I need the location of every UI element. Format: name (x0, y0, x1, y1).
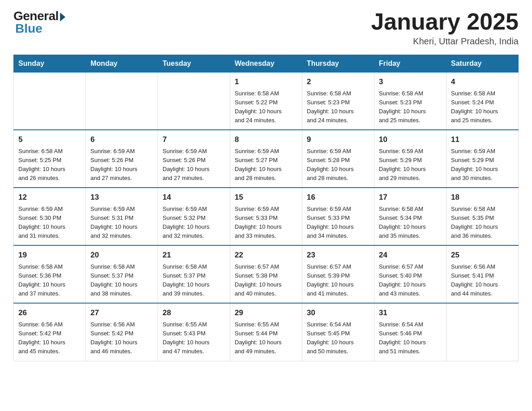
day-info: Sunrise: 6:59 AMSunset: 5:29 PMDaylight:… (451, 147, 514, 183)
day-cell: 14Sunrise: 6:59 AMSunset: 5:32 PMDayligh… (158, 188, 230, 245)
day-cell: 25Sunrise: 6:56 AMSunset: 5:41 PMDayligh… (446, 245, 519, 303)
day-number: 20 (90, 249, 153, 261)
day-number: 9 (307, 134, 369, 146)
day-info: Sunrise: 6:59 AMSunset: 5:30 PMDaylight:… (18, 205, 81, 241)
day-cell: 20Sunrise: 6:58 AMSunset: 5:37 PMDayligh… (86, 245, 158, 303)
day-cell (14, 73, 86, 130)
day-number: 6 (90, 134, 153, 146)
column-header-friday: Friday (374, 55, 446, 73)
column-header-saturday: Saturday (446, 55, 519, 73)
day-number: 18 (451, 192, 514, 203)
day-cell: 12Sunrise: 6:59 AMSunset: 5:30 PMDayligh… (14, 188, 86, 245)
day-number: 5 (18, 134, 81, 146)
location-text: Kheri, Uttar Pradesh, India (371, 36, 519, 47)
day-info: Sunrise: 6:58 AMSunset: 5:22 PMDaylight:… (235, 89, 297, 125)
day-cell: 3Sunrise: 6:58 AMSunset: 5:23 PMDaylight… (374, 73, 446, 130)
day-cell: 5Sunrise: 6:58 AMSunset: 5:25 PMDaylight… (14, 130, 86, 188)
day-info: Sunrise: 6:58 AMSunset: 5:35 PMDaylight:… (451, 205, 514, 241)
day-info: Sunrise: 6:58 AMSunset: 5:37 PMDaylight:… (163, 262, 225, 299)
day-number: 8 (235, 134, 297, 146)
day-info: Sunrise: 6:55 AMSunset: 5:43 PMDaylight:… (163, 320, 225, 356)
day-info: Sunrise: 6:58 AMSunset: 5:23 PMDaylight:… (307, 89, 369, 125)
day-info: Sunrise: 6:54 AMSunset: 5:46 PMDaylight:… (379, 320, 442, 356)
column-header-tuesday: Tuesday (158, 55, 230, 73)
day-info: Sunrise: 6:57 AMSunset: 5:38 PMDaylight:… (235, 262, 297, 299)
day-cell: 22Sunrise: 6:57 AMSunset: 5:38 PMDayligh… (230, 245, 302, 303)
day-cell (86, 73, 158, 130)
day-number: 13 (90, 192, 153, 203)
day-cell: 15Sunrise: 6:59 AMSunset: 5:33 PMDayligh… (230, 188, 302, 245)
day-info: Sunrise: 6:58 AMSunset: 5:25 PMDaylight:… (18, 147, 81, 183)
day-number: 28 (163, 307, 225, 319)
page-header: General Blue January 2025 Kheri, Uttar P… (13, 9, 519, 47)
calendar-table: SundayMondayTuesdayWednesdayThursdayFrid… (13, 55, 519, 361)
day-number: 31 (379, 307, 442, 319)
day-cell: 4Sunrise: 6:58 AMSunset: 5:24 PMDaylight… (446, 73, 519, 130)
day-info: Sunrise: 6:56 AMSunset: 5:41 PMDaylight:… (451, 262, 514, 299)
day-info: Sunrise: 6:58 AMSunset: 5:36 PMDaylight:… (18, 262, 81, 299)
day-cell: 24Sunrise: 6:57 AMSunset: 5:40 PMDayligh… (374, 245, 446, 303)
day-cell: 10Sunrise: 6:59 AMSunset: 5:29 PMDayligh… (374, 130, 446, 188)
day-number: 4 (451, 76, 514, 88)
day-info: Sunrise: 6:58 AMSunset: 5:37 PMDaylight:… (90, 262, 153, 299)
day-number: 30 (307, 307, 369, 319)
day-number: 12 (18, 192, 81, 203)
day-info: Sunrise: 6:59 AMSunset: 5:32 PMDaylight:… (163, 205, 225, 241)
day-cell: 21Sunrise: 6:58 AMSunset: 5:37 PMDayligh… (158, 245, 230, 303)
day-cell: 6Sunrise: 6:59 AMSunset: 5:26 PMDaylight… (86, 130, 158, 188)
day-cell: 16Sunrise: 6:59 AMSunset: 5:33 PMDayligh… (302, 188, 374, 245)
column-header-wednesday: Wednesday (230, 55, 302, 73)
day-cell: 27Sunrise: 6:56 AMSunset: 5:42 PMDayligh… (86, 303, 158, 361)
logo-arrow-icon (60, 13, 65, 21)
week-row-3: 12Sunrise: 6:59 AMSunset: 5:30 PMDayligh… (14, 188, 519, 245)
week-row-5: 26Sunrise: 6:56 AMSunset: 5:42 PMDayligh… (14, 303, 519, 361)
day-info: Sunrise: 6:56 AMSunset: 5:42 PMDaylight:… (18, 320, 81, 356)
day-cell (158, 73, 230, 130)
day-cell: 30Sunrise: 6:54 AMSunset: 5:45 PMDayligh… (302, 303, 374, 361)
day-info: Sunrise: 6:56 AMSunset: 5:42 PMDaylight:… (90, 320, 153, 356)
day-number: 3 (379, 76, 442, 88)
day-info: Sunrise: 6:59 AMSunset: 5:33 PMDaylight:… (235, 205, 297, 241)
day-cell: 11Sunrise: 6:59 AMSunset: 5:29 PMDayligh… (446, 130, 519, 188)
week-row-2: 5Sunrise: 6:58 AMSunset: 5:25 PMDaylight… (14, 130, 519, 188)
day-info: Sunrise: 6:58 AMSunset: 5:23 PMDaylight:… (379, 89, 442, 125)
day-cell: 13Sunrise: 6:59 AMSunset: 5:31 PMDayligh… (86, 188, 158, 245)
day-cell: 9Sunrise: 6:59 AMSunset: 5:28 PMDaylight… (302, 130, 374, 188)
day-number: 21 (163, 249, 225, 261)
day-info: Sunrise: 6:58 AMSunset: 5:34 PMDaylight:… (379, 205, 442, 241)
day-number: 15 (235, 192, 297, 203)
calendar-header: SundayMondayTuesdayWednesdayThursdayFrid… (14, 55, 519, 73)
day-number: 1 (235, 76, 297, 88)
day-cell: 28Sunrise: 6:55 AMSunset: 5:43 PMDayligh… (158, 303, 230, 361)
day-info: Sunrise: 6:57 AMSunset: 5:39 PMDaylight:… (307, 262, 369, 299)
header-row: SundayMondayTuesdayWednesdayThursdayFrid… (14, 55, 519, 73)
day-info: Sunrise: 6:55 AMSunset: 5:44 PMDaylight:… (235, 320, 297, 356)
day-cell: 18Sunrise: 6:58 AMSunset: 5:35 PMDayligh… (446, 188, 519, 245)
day-number: 19 (18, 249, 81, 261)
day-cell: 19Sunrise: 6:58 AMSunset: 5:36 PMDayligh… (14, 245, 86, 303)
day-cell: 26Sunrise: 6:56 AMSunset: 5:42 PMDayligh… (14, 303, 86, 361)
day-number: 25 (451, 249, 514, 261)
day-info: Sunrise: 6:54 AMSunset: 5:45 PMDaylight:… (307, 320, 369, 356)
column-header-thursday: Thursday (302, 55, 374, 73)
day-cell: 2Sunrise: 6:58 AMSunset: 5:23 PMDaylight… (302, 73, 374, 130)
column-header-sunday: Sunday (14, 55, 86, 73)
day-number: 23 (307, 249, 369, 261)
day-number: 2 (307, 76, 369, 88)
day-number: 26 (18, 307, 81, 319)
day-info: Sunrise: 6:59 AMSunset: 5:27 PMDaylight:… (235, 147, 297, 183)
day-number: 14 (163, 192, 225, 203)
day-info: Sunrise: 6:59 AMSunset: 5:33 PMDaylight:… (307, 205, 369, 241)
day-cell: 8Sunrise: 6:59 AMSunset: 5:27 PMDaylight… (230, 130, 302, 188)
day-number: 10 (379, 134, 442, 146)
day-info: Sunrise: 6:57 AMSunset: 5:40 PMDaylight:… (379, 262, 442, 299)
day-number: 29 (235, 307, 297, 319)
day-info: Sunrise: 6:59 AMSunset: 5:26 PMDaylight:… (163, 147, 225, 183)
calendar-body: 1Sunrise: 6:58 AMSunset: 5:22 PMDaylight… (14, 73, 519, 361)
day-number: 17 (379, 192, 442, 203)
day-cell (446, 303, 519, 361)
day-cell: 29Sunrise: 6:55 AMSunset: 5:44 PMDayligh… (230, 303, 302, 361)
week-row-1: 1Sunrise: 6:58 AMSunset: 5:22 PMDaylight… (14, 73, 519, 130)
day-cell: 7Sunrise: 6:59 AMSunset: 5:26 PMDaylight… (158, 130, 230, 188)
month-title: January 2025 (371, 9, 519, 34)
